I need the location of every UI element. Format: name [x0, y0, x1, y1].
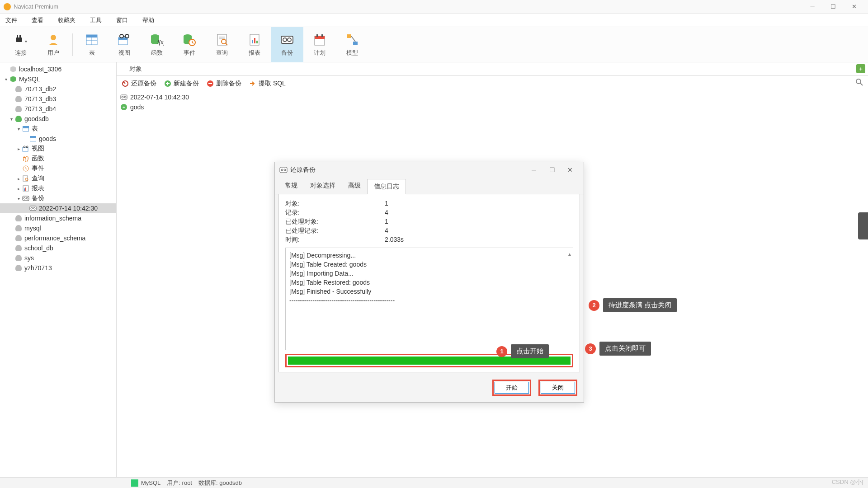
callout-number: 3 — [585, 343, 596, 354]
stats-panel: 对象:1 记录:4 已处理对象:1 已处理记录:4 时间:2.033s — [285, 199, 573, 244]
dialog-icon — [279, 167, 288, 173]
log-line: [Msg] Importing Data... — [289, 269, 569, 278]
dialog-close[interactable]: ✕ — [561, 166, 579, 174]
svg-rect-51 — [25, 188, 26, 191]
add-tab-button[interactable]: + — [856, 64, 865, 73]
log-line: ----------------------------------------… — [289, 296, 569, 305]
tool-event[interactable]: 事件 — [173, 27, 206, 62]
close-highlight: 关闭 — [538, 380, 577, 396]
action-extract[interactable]: 提取 SQL — [249, 80, 286, 88]
scroll-up-icon[interactable]: ▲ — [567, 250, 572, 259]
tree-db2[interactable]: 70713_db2 — [0, 84, 116, 94]
tree-goodsdb[interactable]: ▾goodsdb — [0, 114, 116, 124]
tree-functions[interactable]: f()函数 — [0, 154, 116, 164]
tree-yzh[interactable]: yzh70713 — [0, 263, 116, 273]
restore-dialog: 还原备份 ─ ☐ ✕ 常规 对象选择 高级 信息日志 对象:1 记录:4 已处理… — [274, 162, 584, 403]
tree-school-db[interactable]: school_db — [0, 243, 116, 253]
menu-help[interactable]: 帮助 — [140, 16, 157, 24]
tree-localhost[interactable]: localhost_3306 — [0, 64, 116, 74]
tool-view[interactable]: 视图 — [108, 27, 141, 62]
callout-2: 2 待进度条满 点击关闭 — [589, 298, 677, 312]
tree-mysql-db[interactable]: mysql — [0, 223, 116, 233]
side-handle-icon[interactable] — [858, 212, 868, 239]
start-button[interactable]: 开始 — [495, 382, 529, 394]
callout-text: 点击开始 — [511, 344, 549, 358]
query-icon — [215, 33, 229, 47]
svg-rect-33 — [315, 36, 325, 39]
app-title: Navicat Premium — [14, 3, 802, 10]
function-icon: f(x) — [150, 33, 164, 47]
action-new[interactable]: 新建备份 — [164, 80, 199, 88]
tree-tables[interactable]: ▾表 — [0, 124, 116, 134]
tree-performance-schema[interactable]: performance_schema — [0, 233, 116, 243]
backup-item-icon — [29, 205, 37, 212]
action-delete[interactable]: 删除备份 — [206, 80, 241, 88]
tool-query[interactable]: 查询 — [206, 27, 238, 62]
svg-text:f(x): f(x) — [157, 39, 164, 46]
tab-object-select[interactable]: 对象选择 — [304, 178, 342, 194]
list-item[interactable]: 2022-07-14 10:42:30 — [120, 92, 864, 102]
log-line: [Msg] Finished - Successfully — [289, 287, 569, 296]
tab-general[interactable]: 常规 — [278, 178, 304, 194]
restore-icon — [121, 80, 129, 88]
menu-tools[interactable]: 工具 — [87, 16, 104, 24]
stat-time-value: 2.033s — [385, 235, 404, 244]
start-highlight: 开始 — [492, 380, 531, 396]
tool-function[interactable]: f(x)函数 — [141, 27, 173, 62]
tool-plan[interactable]: 计划 — [303, 27, 336, 62]
menu-window[interactable]: 窗口 — [113, 16, 131, 24]
dialog-tabs: 常规 对象选择 高级 信息日志 — [275, 178, 584, 194]
connection-tree: localhost_3306 ▾MySQL 70713_db2 70713_db… — [0, 62, 117, 477]
dialog-minimize[interactable]: ─ — [525, 166, 543, 174]
close-button[interactable]: ✕ — [844, 0, 864, 14]
minimize-button[interactable]: ─ — [802, 0, 823, 14]
tab-objects[interactable]: 对象 — [121, 62, 150, 76]
tool-model[interactable]: 模型 — [336, 27, 368, 62]
action-restore[interactable]: 还原备份 — [121, 80, 156, 88]
tree-events[interactable]: 事件 — [0, 164, 116, 174]
maximize-button[interactable]: ☐ — [823, 0, 844, 14]
menu-favorites[interactable]: 收藏夹 — [55, 16, 78, 24]
tree-reports[interactable]: ▸报表 — [0, 183, 116, 193]
dialog-maximize[interactable]: ☐ — [543, 166, 561, 174]
backup-list: 2022-07-14 10:42:30 +gods — [117, 91, 868, 113]
tool-report[interactable]: 报表 — [238, 27, 271, 62]
tool-connect[interactable]: ▾连接 — [5, 27, 37, 62]
status-db: MySQL — [141, 479, 160, 486]
tree-views[interactable]: ▸视图 — [0, 144, 116, 154]
tool-backup[interactable]: 备份 — [271, 27, 303, 62]
menu-file[interactable]: 文件 — [3, 16, 20, 24]
content-area: 对象 + 还原备份 新建备份 删除备份 提取 SQL 2022-07-14 10… — [117, 62, 868, 477]
search-icon[interactable] — [855, 78, 863, 89]
tool-user[interactable]: 用户 — [37, 27, 70, 62]
menu-view[interactable]: 查看 — [29, 16, 46, 24]
tab-log[interactable]: 信息日志 — [367, 179, 406, 194]
svg-point-4 — [51, 35, 56, 40]
main-area: localhost_3306 ▾MySQL 70713_db2 70713_db… — [0, 62, 868, 477]
tree-sys[interactable]: sys — [0, 253, 116, 263]
tree-backups[interactable]: ▾备份 — [0, 193, 116, 203]
svg-rect-37 — [353, 42, 358, 45]
dialog-buttons: 开始 关闭 — [275, 376, 584, 402]
tree-queries[interactable]: ▸查询 — [0, 174, 116, 183]
svg-rect-50 — [24, 188, 25, 191]
svg-line-65 — [860, 83, 863, 85]
model-icon — [345, 33, 359, 47]
tree-db4[interactable]: 70713_db4 — [0, 104, 116, 114]
stat-records-label: 记录: — [285, 208, 385, 217]
tree-db3[interactable]: 70713_db3 — [0, 94, 116, 104]
log-output[interactable]: ▲ [Msg] Decompressing... [Msg] Table Cre… — [285, 248, 573, 350]
plug-icon: ▾ — [14, 33, 28, 47]
tree-backup-item[interactable]: 2022-07-14 10:42:30 — [0, 203, 116, 213]
tab-advanced[interactable]: 高级 — [342, 178, 367, 194]
stat-objects-value: 1 — [385, 199, 388, 208]
tree-goods-table[interactable]: goods — [0, 134, 116, 144]
callout-number: 2 — [589, 300, 599, 311]
tool-table[interactable]: 表 — [75, 27, 108, 62]
tree-information-schema[interactable]: information_schema — [0, 213, 116, 223]
list-item[interactable]: +gods — [120, 102, 864, 112]
status-db-icon — [131, 479, 138, 487]
close-dialog-button[interactable]: 关闭 — [541, 382, 575, 394]
tree-mysql[interactable]: ▾MySQL — [0, 74, 116, 84]
backup-icon — [280, 33, 294, 47]
